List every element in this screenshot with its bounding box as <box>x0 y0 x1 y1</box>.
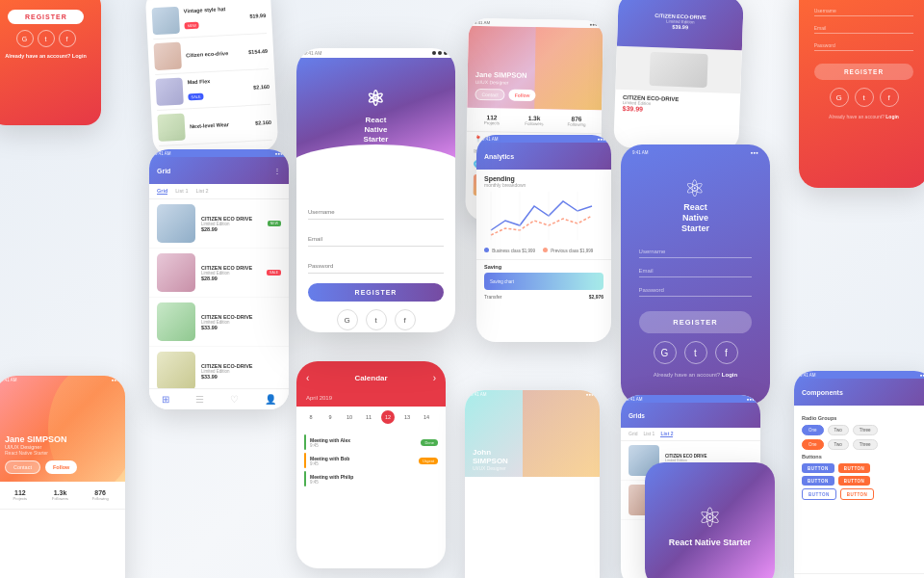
home-icon[interactable]: ⊞ <box>162 394 169 405</box>
facebook-btn-purple[interactable]: f <box>715 341 738 364</box>
hero-background: ⚛ ReactNativeStarter <box>296 58 455 173</box>
button-row-1: BUTTON BUTTON <box>802 463 924 473</box>
facebook-social-btn[interactable]: f <box>395 309 416 330</box>
radio-one-2[interactable]: One <box>802 439 824 450</box>
button-row-3: BUTTON BUTTON <box>802 488 924 500</box>
tab-list1-b[interactable]: List 1 <box>643 431 654 437</box>
username-field: Username <box>639 249 753 258</box>
atom-icon-purple: ⚛ <box>684 175 706 202</box>
scene: 9:41 REGISTER G t f Already have an acco… <box>0 0 924 578</box>
date-9[interactable]: 9 <box>323 410 337 424</box>
date-14[interactable]: 14 <box>420 410 433 424</box>
register-btn-purple[interactable]: REGISTER <box>639 311 753 333</box>
google-btn-purple[interactable]: G <box>654 341 677 364</box>
twitter-btn[interactable]: t <box>38 30 55 47</box>
btn-blue-1[interactable]: BUTTON <box>802 463 834 473</box>
following-stat: 876 Following <box>559 115 594 127</box>
follow-btn-orange[interactable]: Follow <box>45 460 77 474</box>
google-social-btn[interactable]: G <box>337 309 358 330</box>
profile-hero-orange: Jane SIMPSON UI/UX Designer React Native… <box>0 376 125 482</box>
tab-grid[interactable]: Grid <box>157 188 167 195</box>
btn-orange-2[interactable]: BUTTON <box>838 476 871 486</box>
date-row: 8 9 10 11 12 13 14 <box>304 410 438 424</box>
badge-sale: SALE <box>188 92 204 100</box>
twitter-btn-red2[interactable]: t <box>855 88 874 107</box>
date-13[interactable]: 13 <box>400 410 414 424</box>
btn-outline-blue[interactable]: BUTTON <box>802 488 836 500</box>
contact-button[interactable]: Contact <box>475 89 504 101</box>
profile-info: Jane SIMPSON UI/UX Designer Contact Foll… <box>475 70 536 101</box>
username-input[interactable] <box>308 205 444 220</box>
register-form: REGISTER G t f Already have an account? … <box>296 173 455 332</box>
date-12-active[interactable]: 12 <box>381 410 395 424</box>
already-text-purple: Already have an account? Login <box>654 372 737 378</box>
radio-three[interactable]: Three <box>853 425 878 435</box>
event-item-3: Meeting with Philip 9:45 <box>304 471 438 486</box>
date-10[interactable]: 10 <box>343 410 356 424</box>
date-11[interactable]: 11 <box>362 410 375 424</box>
item-image <box>157 352 195 390</box>
next-arrow[interactable]: › <box>433 373 436 383</box>
chart-legend: Business class $1,999 Previous class $1,… <box>484 248 603 253</box>
radio-three-2[interactable]: Three <box>853 439 878 450</box>
date-8[interactable]: 8 <box>304 410 318 424</box>
list-icon[interactable]: ☰ <box>195 394 204 405</box>
email-input[interactable] <box>308 232 444 247</box>
social-buttons: G t f <box>308 309 444 330</box>
register-btn-red2[interactable]: REGISTER <box>814 64 914 80</box>
tab-list2[interactable]: List 2 <box>195 188 208 195</box>
heart-icon[interactable]: ♡ <box>230 394 239 405</box>
list-item: CITIZEN ECO-DRIVE Limited Edition $33.99 <box>149 298 289 347</box>
components-header: Components <box>794 379 924 406</box>
tab-grid-b[interactable]: Grid <box>629 431 637 437</box>
followers-stat: 1.3k Followers <box>517 115 552 127</box>
phone-grid-list: 9:41 AM●●● Grid ⋮ Grid List 1 List 2 CIT… <box>149 149 289 409</box>
phone-analytics: 9:41 AM●●● Analytics Spending monthly br… <box>476 135 611 342</box>
calendar-header: ‹ Calendar › <box>296 361 446 395</box>
location-icon: 📍 <box>475 135 481 142</box>
profile-photo <box>534 27 603 110</box>
follow-button[interactable]: Follow <box>509 90 536 101</box>
prev-arrow[interactable]: ‹ <box>306 373 309 383</box>
google-btn-red2[interactable]: G <box>830 88 849 107</box>
phone-profile-bottom: 9:41 AM ●●● John SIMPSON UI/UX Designer <box>465 390 600 578</box>
password-input[interactable] <box>308 259 444 274</box>
event-bar-2 <box>304 453 306 468</box>
twitter-btn-purple[interactable]: t <box>684 341 707 364</box>
logo-content: ⚛ React Native Starter <box>669 502 752 549</box>
button-row-2: BUTTON BUTTON <box>802 476 924 486</box>
grid-nav: Grid ⋮ <box>149 157 289 184</box>
facebook-btn[interactable]: f <box>59 30 76 47</box>
event-badge-urgent: Urgent <box>419 458 438 464</box>
contact-btn-orange[interactable]: Contact <box>5 460 40 474</box>
btn-outline-orange[interactable]: BUTTON <box>840 488 875 500</box>
email-field-row: Email <box>814 25 914 34</box>
event-badge-done: Done <box>421 439 438 446</box>
phone-profile-orange: 9:41 AM●●● Jane SIMPSON UI/UX Designer R… <box>0 376 125 578</box>
atom-icon: ⚛ <box>366 86 385 114</box>
profile-info-orange: Jane SIMPSON UI/UX Designer React Native… <box>5 434 77 474</box>
list-item: Citizen eco-drive $154.49 <box>153 34 269 75</box>
radio-one[interactable]: One <box>802 425 824 435</box>
radio-group-1: One Two Three <box>802 425 924 435</box>
register-button-red[interactable]: REGISTER <box>8 10 84 24</box>
app-name-logo: React Native Starter <box>669 538 752 549</box>
already-text-red2: Already have an account? Login <box>829 114 899 119</box>
facebook-btn-red2[interactable]: f <box>880 88 899 107</box>
tab-list2-b[interactable]: List 2 <box>660 431 673 437</box>
password-field: Password <box>639 287 753 297</box>
phone-register-red-topleft: 9:41 REGISTER G t f Already have an acco… <box>0 0 101 125</box>
user-icon[interactable]: 👤 <box>265 394 276 405</box>
spending-chart <box>484 192 603 240</box>
event-item-1: Meeting with Alex 9:45 Done <box>304 434 438 450</box>
twitter-social-btn[interactable]: t <box>366 309 387 330</box>
list-item: CITIZEN ECO DRIVE Limited Edition $28.99… <box>149 199 289 249</box>
radio-two[interactable]: Two <box>828 425 849 435</box>
btn-blue-2[interactable]: BUTTON <box>802 476 834 486</box>
grid-bottom-nav: Grids <box>621 403 760 428</box>
btn-orange-1[interactable]: BUTTON <box>838 463 871 473</box>
radio-two-2[interactable]: Two <box>828 439 849 450</box>
tab-list1[interactable]: List 1 <box>175 188 188 195</box>
google-btn[interactable]: G <box>16 30 34 47</box>
register-button-main[interactable]: REGISTER <box>308 283 444 302</box>
